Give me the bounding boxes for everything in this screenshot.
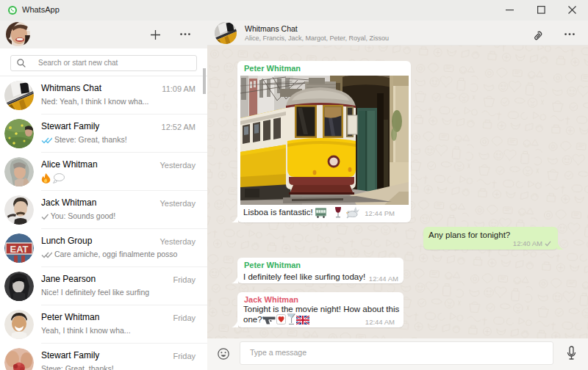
svg-text:EAT: EAT [10,244,28,255]
